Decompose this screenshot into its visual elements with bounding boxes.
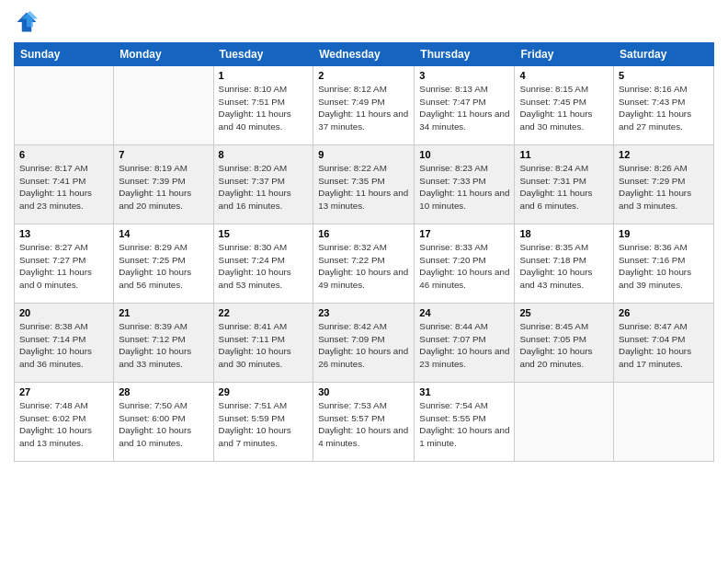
calendar-cell: 24Sunrise: 8:44 AMSunset: 7:07 PMDayligh… <box>415 304 515 383</box>
header <box>14 9 714 35</box>
weekday-header-thursday: Thursday <box>415 43 515 66</box>
day-number: 8 <box>219 149 309 160</box>
day-number: 22 <box>219 307 309 318</box>
calendar-cell: 16Sunrise: 8:32 AMSunset: 7:22 PMDayligh… <box>313 224 415 304</box>
weekday-header-wednesday: Wednesday <box>313 43 415 66</box>
calendar-week-row: 27Sunrise: 7:48 AMSunset: 6:02 PMDayligh… <box>15 383 714 462</box>
calendar-cell: 23Sunrise: 8:42 AMSunset: 7:09 PMDayligh… <box>313 304 415 383</box>
day-info: Sunrise: 7:48 AMSunset: 6:02 PMDaylight:… <box>19 399 108 450</box>
day-number: 25 <box>519 307 609 318</box>
calendar-cell: 31Sunrise: 7:54 AMSunset: 5:55 PMDayligh… <box>415 383 515 462</box>
calendar-cell: 5Sunrise: 8:16 AMSunset: 7:43 PMDaylight… <box>614 66 714 145</box>
day-info: Sunrise: 8:30 AMSunset: 7:24 PMDaylight:… <box>219 241 309 292</box>
day-number: 30 <box>318 386 409 397</box>
day-info: Sunrise: 8:42 AMSunset: 7:09 PMDaylight:… <box>318 320 409 371</box>
calendar-cell: 18Sunrise: 8:35 AMSunset: 7:18 PMDayligh… <box>515 224 614 304</box>
day-number: 14 <box>119 228 208 239</box>
calendar-cell: 22Sunrise: 8:41 AMSunset: 7:11 PMDayligh… <box>213 304 313 383</box>
calendar-cell <box>614 383 714 462</box>
calendar-week-row: 6Sunrise: 8:17 AMSunset: 7:41 PMDaylight… <box>15 145 714 224</box>
calendar-cell: 30Sunrise: 7:53 AMSunset: 5:57 PMDayligh… <box>313 383 415 462</box>
day-info: Sunrise: 8:36 AMSunset: 7:16 PMDaylight:… <box>619 241 709 292</box>
day-number: 15 <box>219 228 309 239</box>
day-info: Sunrise: 8:33 AMSunset: 7:20 PMDaylight:… <box>419 241 509 292</box>
day-info: Sunrise: 8:23 AMSunset: 7:33 PMDaylight:… <box>419 162 509 213</box>
day-info: Sunrise: 7:50 AMSunset: 6:00 PMDaylight:… <box>119 399 208 450</box>
calendar-cell <box>114 66 213 145</box>
calendar-cell: 8Sunrise: 8:20 AMSunset: 7:37 PMDaylight… <box>213 145 313 224</box>
day-number: 26 <box>619 307 709 318</box>
day-info: Sunrise: 8:13 AMSunset: 7:47 PMDaylight:… <box>419 83 509 133</box>
weekday-header-tuesday: Tuesday <box>213 43 313 66</box>
calendar-cell: 6Sunrise: 8:17 AMSunset: 7:41 PMDaylight… <box>15 145 114 224</box>
day-info: Sunrise: 8:26 AMSunset: 7:29 PMDaylight:… <box>619 162 709 213</box>
day-number: 13 <box>19 228 108 239</box>
calendar-cell: 19Sunrise: 8:36 AMSunset: 7:16 PMDayligh… <box>614 224 714 304</box>
day-info: Sunrise: 7:51 AMSunset: 5:59 PMDaylight:… <box>219 399 309 450</box>
calendar-cell: 7Sunrise: 8:19 AMSunset: 7:39 PMDaylight… <box>114 145 213 224</box>
day-number: 17 <box>419 228 509 239</box>
calendar-cell: 27Sunrise: 7:48 AMSunset: 6:02 PMDayligh… <box>15 383 114 462</box>
logo-icon <box>14 9 40 35</box>
day-number: 12 <box>619 149 709 160</box>
calendar-cell: 3Sunrise: 8:13 AMSunset: 7:47 PMDaylight… <box>415 66 515 145</box>
day-number: 19 <box>619 228 709 239</box>
calendar-cell: 2Sunrise: 8:12 AMSunset: 7:49 PMDaylight… <box>313 66 415 145</box>
day-number: 5 <box>619 70 709 81</box>
logo <box>14 9 43 35</box>
day-info: Sunrise: 7:53 AMSunset: 5:57 PMDaylight:… <box>318 399 409 450</box>
calendar-cell: 13Sunrise: 8:27 AMSunset: 7:27 PMDayligh… <box>15 224 114 304</box>
calendar-week-row: 20Sunrise: 8:38 AMSunset: 7:14 PMDayligh… <box>15 304 714 383</box>
calendar-cell: 28Sunrise: 7:50 AMSunset: 6:00 PMDayligh… <box>114 383 213 462</box>
day-number: 29 <box>219 386 309 397</box>
day-number: 3 <box>419 70 509 81</box>
day-info: Sunrise: 8:12 AMSunset: 7:49 PMDaylight:… <box>318 83 409 133</box>
calendar-cell: 9Sunrise: 8:22 AMSunset: 7:35 PMDaylight… <box>313 145 415 224</box>
day-info: Sunrise: 8:17 AMSunset: 7:41 PMDaylight:… <box>19 162 108 213</box>
day-info: Sunrise: 8:24 AMSunset: 7:31 PMDaylight:… <box>519 162 609 213</box>
calendar-cell: 17Sunrise: 8:33 AMSunset: 7:20 PMDayligh… <box>415 224 515 304</box>
weekday-header-monday: Monday <box>114 43 213 66</box>
calendar-cell: 15Sunrise: 8:30 AMSunset: 7:24 PMDayligh… <box>213 224 313 304</box>
day-number: 21 <box>119 307 208 318</box>
calendar-cell: 26Sunrise: 8:47 AMSunset: 7:04 PMDayligh… <box>614 304 714 383</box>
day-info: Sunrise: 8:16 AMSunset: 7:43 PMDaylight:… <box>619 83 709 133</box>
calendar-week-row: 13Sunrise: 8:27 AMSunset: 7:27 PMDayligh… <box>15 224 714 304</box>
day-info: Sunrise: 8:45 AMSunset: 7:05 PMDaylight:… <box>519 320 609 371</box>
day-number: 27 <box>19 386 108 397</box>
calendar-cell: 21Sunrise: 8:39 AMSunset: 7:12 PMDayligh… <box>114 304 213 383</box>
calendar-cell: 25Sunrise: 8:45 AMSunset: 7:05 PMDayligh… <box>515 304 614 383</box>
weekday-header-friday: Friday <box>515 43 614 66</box>
day-number: 20 <box>19 307 108 318</box>
day-number: 6 <box>19 149 108 160</box>
day-info: Sunrise: 7:54 AMSunset: 5:55 PMDaylight:… <box>419 399 509 450</box>
day-number: 28 <box>119 386 208 397</box>
day-info: Sunrise: 8:35 AMSunset: 7:18 PMDaylight:… <box>519 241 609 292</box>
weekday-header-row: SundayMondayTuesdayWednesdayThursdayFrid… <box>15 43 714 66</box>
day-number: 31 <box>419 386 509 397</box>
day-number: 9 <box>318 149 409 160</box>
weekday-header-sunday: Sunday <box>15 43 114 66</box>
day-info: Sunrise: 8:22 AMSunset: 7:35 PMDaylight:… <box>318 162 409 213</box>
calendar-cell: 4Sunrise: 8:15 AMSunset: 7:45 PMDaylight… <box>515 66 614 145</box>
day-info: Sunrise: 8:29 AMSunset: 7:25 PMDaylight:… <box>119 241 208 292</box>
day-number: 18 <box>519 228 609 239</box>
calendar-cell: 29Sunrise: 7:51 AMSunset: 5:59 PMDayligh… <box>213 383 313 462</box>
calendar-cell: 12Sunrise: 8:26 AMSunset: 7:29 PMDayligh… <box>614 145 714 224</box>
day-info: Sunrise: 8:41 AMSunset: 7:11 PMDaylight:… <box>219 320 309 371</box>
day-number: 10 <box>419 149 509 160</box>
day-info: Sunrise: 8:44 AMSunset: 7:07 PMDaylight:… <box>419 320 509 371</box>
day-number: 16 <box>318 228 409 239</box>
day-number: 24 <box>419 307 509 318</box>
day-info: Sunrise: 8:15 AMSunset: 7:45 PMDaylight:… <box>519 83 609 133</box>
calendar-cell <box>15 66 114 145</box>
day-number: 11 <box>519 149 609 160</box>
day-info: Sunrise: 8:32 AMSunset: 7:22 PMDaylight:… <box>318 241 409 292</box>
calendar-cell: 11Sunrise: 8:24 AMSunset: 7:31 PMDayligh… <box>515 145 614 224</box>
day-number: 2 <box>318 70 409 81</box>
calendar-week-row: 1Sunrise: 8:10 AMSunset: 7:51 PMDaylight… <box>15 66 714 145</box>
calendar-cell: 1Sunrise: 8:10 AMSunset: 7:51 PMDaylight… <box>213 66 313 145</box>
calendar-table: SundayMondayTuesdayWednesdayThursdayFrid… <box>14 42 714 462</box>
day-info: Sunrise: 8:10 AMSunset: 7:51 PMDaylight:… <box>219 83 309 133</box>
day-number: 4 <box>519 70 609 81</box>
